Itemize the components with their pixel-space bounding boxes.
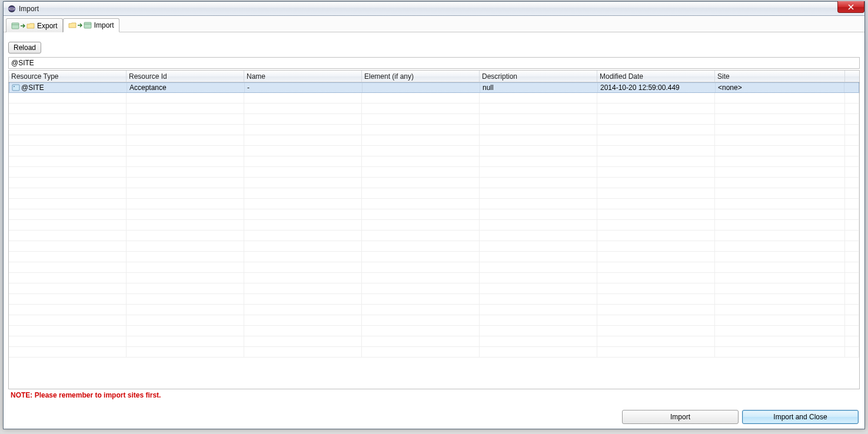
footer: Import Import and Close — [4, 405, 864, 429]
import-button[interactable]: Import — [622, 410, 739, 424]
cell-resource-type-text: @SITE — [21, 84, 44, 92]
cell-name: - — [245, 83, 363, 92]
empty-row — [9, 231, 859, 241]
filter-text: @SITE — [11, 59, 34, 67]
resource-icon — [12, 84, 20, 92]
empty-row — [9, 156, 859, 167]
empty-row — [9, 336, 859, 347]
empty-row — [9, 199, 859, 209]
empty-row — [9, 188, 859, 199]
svg-rect-7 — [84, 22, 91, 28]
close-button[interactable] — [837, 1, 864, 13]
cell-resource-type: @SITE — [9, 83, 127, 92]
import-dialog: Import Export — [3, 1, 865, 429]
col-site[interactable]: Site — [715, 71, 845, 82]
import-and-close-button[interactable]: Import and Close — [742, 410, 859, 424]
svg-point-0 — [8, 5, 15, 12]
import-tab-label: Import — [94, 21, 114, 29]
svg-rect-5 — [12, 23, 19, 29]
folder-icon — [26, 22, 35, 30]
cell-description: null — [480, 83, 598, 92]
empty-row — [9, 146, 859, 156]
empty-row — [9, 305, 859, 315]
empty-row — [9, 241, 859, 252]
cell-resource-id: Acceptance — [127, 83, 245, 92]
arrow-right-icon — [77, 22, 83, 28]
resource-table: Resource Type Resource Id Name Element (… — [8, 70, 860, 389]
empty-row — [9, 283, 859, 294]
empty-row — [9, 93, 859, 104]
tab-export[interactable]: Export — [6, 18, 63, 32]
cell-modified-date: 2014-10-20 12:59:00.449 — [598, 83, 716, 92]
table-body: @SITE Acceptance - null 2014-10-20 12:59… — [9, 82, 859, 389]
empty-row — [9, 262, 859, 273]
col-scrollspacer — [845, 71, 859, 82]
export-tab-icons — [11, 22, 35, 30]
empty-row — [9, 135, 859, 146]
import-tab-icons — [68, 21, 92, 29]
empty-row — [9, 178, 859, 188]
tab-import[interactable]: Import — [63, 18, 119, 32]
empty-row — [9, 252, 859, 262]
note-text: NOTE: Please remember to import sites fi… — [8, 389, 860, 403]
db-icon — [84, 21, 92, 29]
close-icon — [848, 4, 854, 10]
svg-rect-9 — [12, 85, 19, 91]
folder-icon — [68, 21, 77, 29]
empty-row — [9, 209, 859, 220]
empty-row — [9, 273, 859, 283]
col-description[interactable]: Description — [480, 71, 597, 82]
empty-row — [9, 167, 859, 178]
col-name[interactable]: Name — [244, 71, 362, 82]
empty-row — [9, 220, 859, 231]
table-row[interactable]: @SITE Acceptance - null 2014-10-20 12:59… — [9, 82, 859, 93]
cell-site: <none> — [716, 83, 844, 92]
empty-row — [9, 114, 859, 125]
filter-field[interactable]: @SITE — [8, 57, 860, 69]
empty-row — [9, 347, 859, 358]
cell-element — [363, 83, 480, 92]
window-title: Import — [19, 5, 39, 13]
empty-row — [9, 125, 859, 135]
eclipse-icon — [7, 4, 16, 14]
col-modified-date[interactable]: Modified Date — [597, 71, 715, 82]
col-element[interactable]: Element (if any) — [362, 71, 480, 82]
empty-row — [9, 315, 859, 326]
reload-button[interactable]: Reload — [8, 42, 41, 54]
titlebar[interactable]: Import — [4, 2, 864, 16]
empty-row — [9, 326, 859, 336]
export-tab-label: Export — [37, 22, 58, 30]
col-resource-type[interactable]: Resource Type — [9, 71, 127, 82]
col-resource-id[interactable]: Resource Id — [127, 71, 244, 82]
db-icon — [11, 22, 19, 30]
empty-row — [9, 104, 859, 114]
arrow-right-icon — [20, 23, 26, 29]
tabstrip: Export Import — [4, 16, 864, 32]
empty-row — [9, 294, 859, 305]
table-header-row: Resource Type Resource Id Name Element (… — [9, 71, 859, 82]
content-area: Reload @SITE Resource Type Resource Id N… — [4, 32, 864, 429]
svg-point-10 — [14, 86, 15, 87]
